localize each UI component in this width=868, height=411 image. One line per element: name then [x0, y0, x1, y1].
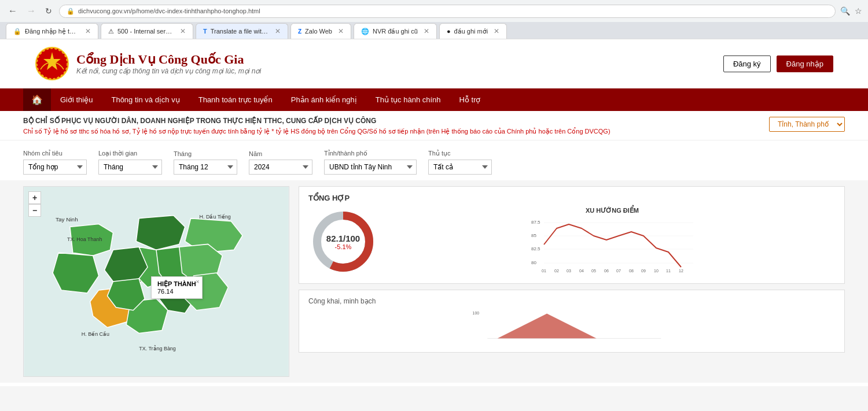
donut-label: 82.1/100 -5.1% [326, 233, 360, 250]
tab-close-1[interactable]: ✕ [180, 27, 186, 35]
trend-svg: 87.5 85 82.5 80 [389, 217, 835, 275]
zoom-icon[interactable]: 🔍 [840, 6, 850, 16]
map-label-trang-bang: TX. Trảng Bàng [139, 345, 176, 351]
thu-tuc-select[interactable]: Tất cả [428, 160, 492, 175]
tab-label-1: 500 - Internal server... [117, 28, 174, 35]
browser-action-icons: 🔍 ☆ [840, 6, 862, 16]
tab-4[interactable]: 🌐 NVR đầu ghi cũ ✕ [354, 23, 437, 39]
browser-chrome: ← → ↻ 🔒 dichvucong.gov.vn/p/home/dvc-ind… [0, 0, 868, 39]
map-tooltip: × HIỆP THÀNH 76.14 [151, 276, 203, 299]
tab-close-4[interactable]: ✕ [424, 27, 429, 35]
tab-0[interactable]: 🔒 Đăng nhập hệ thống ✕ [6, 23, 98, 39]
thu-tuc-label: Thủ tục [428, 150, 492, 157]
tab-label-2: Translate a file with... [211, 28, 269, 35]
map-controls: + − [28, 191, 41, 217]
tab-close-5[interactable]: ✕ [494, 27, 499, 35]
svg-text:04: 04 [579, 269, 584, 273]
svg-text:82.5: 82.5 [531, 246, 540, 251]
tab-icon-1: ⚠ [108, 28, 114, 35]
filter-row: Nhóm chỉ tiêu Tổng hợp Loại thời gian Th… [0, 140, 868, 180]
nam-select[interactable]: 2024 [249, 160, 312, 175]
bottom-card: Công khai, minh bạch 100 [299, 290, 845, 353]
main-nav: 🏠 Giới thiệu Thông tin và dịch vụ Thanh … [0, 88, 868, 111]
tab-icon-2: T [203, 28, 207, 35]
logo-text: Cổng Dịch Vụ Công Quốc Gia Kết nối, cung… [76, 52, 261, 75]
logo-area: Cổng Dịch Vụ Công Quốc Gia Kết nối, cung… [35, 46, 261, 81]
page-subtitle: Chỉ số Tỷ lệ hồ sơ tthc số hóa hồ sơ, Tỷ… [23, 127, 757, 136]
nhom-chi-tieu-select[interactable]: Tổng hợp [23, 160, 87, 175]
tab-icon-3: Z [298, 28, 301, 35]
bookmark-icon[interactable]: ☆ [855, 6, 862, 16]
tinh-select[interactable]: UBND tỉnh Tây Ninh [324, 160, 417, 175]
tooltip-close[interactable]: × [196, 278, 199, 285]
tooltip-district-value: 76.14 [157, 288, 196, 295]
tab-label-3: Zalo Web [305, 28, 332, 35]
svg-text:80: 80 [531, 260, 536, 265]
filter-thang: Tháng Tháng 12 [174, 150, 237, 175]
svg-text:06: 06 [604, 269, 609, 273]
tab-5[interactable]: ● đầu ghi mới ✕ [439, 23, 507, 39]
page-title-area: BỘ CHỈ SỐ PHỤC VỤ NGƯỜI DÂN, DOANH NGHIỆ… [0, 111, 868, 140]
nav-item-4[interactable]: Thủ tục hành chính [366, 90, 450, 110]
nav-item-1[interactable]: Thông tin và dịch vụ [102, 90, 189, 110]
svg-text:100: 100 [473, 311, 480, 315]
filter-nam: Năm 2024 [249, 150, 312, 175]
tab-close-3[interactable]: ✕ [338, 27, 344, 35]
tab-1[interactable]: ⚠ 500 - Internal server... ✕ [101, 23, 193, 39]
nav-item-0[interactable]: Giới thiệu [51, 90, 102, 110]
filter-tinh: Tỉnh/thành phố UBND tỉnh Tây Ninh [324, 150, 417, 175]
tab-icon-5: ● [447, 28, 451, 35]
forward-button[interactable]: → [24, 3, 38, 18]
svg-text:85: 85 [531, 233, 536, 238]
trend-title: XU HƯỚNG ĐIỂM [389, 207, 835, 214]
tinh-label: Tỉnh/thành phố [324, 150, 417, 157]
tab-close-0[interactable]: ✕ [85, 27, 91, 35]
register-button[interactable]: Đăng ký [723, 55, 771, 72]
tabs-bar: 🔒 Đăng nhập hệ thống ✕ ⚠ 500 - Internal … [0, 22, 868, 39]
login-button[interactable]: Đăng nhập [777, 55, 833, 72]
bottom-card-title: Công khai, minh bạch [308, 297, 835, 305]
map-panel: + − [23, 186, 289, 377]
page-title-main: BỘ CHỈ SỐ PHỤC VỤ NGƯỜI DÂN, DOANH NGHIỆ… [23, 117, 757, 125]
location-select[interactable]: Tỉnh, Thành phố [769, 117, 845, 132]
nhom-chi-tieu-label: Nhóm chỉ tiêu [23, 150, 87, 157]
site-title: Cổng Dịch Vụ Công Quốc Gia [76, 52, 261, 67]
filter-thu-tuc: Thủ tục Tất cả [428, 150, 492, 175]
tab-icon-4: 🌐 [361, 28, 369, 35]
right-panel: TỔNG HỢP 82.1/100 -5.1% [299, 186, 845, 377]
nav-home-button[interactable]: 🏠 [23, 88, 51, 111]
svg-text:87.5: 87.5 [531, 220, 540, 225]
donut-score: 82.1/100 [326, 233, 360, 243]
tab-close-2[interactable]: ✕ [275, 27, 281, 35]
reload-button[interactable]: ↻ [43, 4, 54, 18]
url-bar[interactable]: 🔒 dichvucong.gov.vn/p/home/dvc-index-tin… [59, 5, 836, 18]
site-subtitle: Kết nối, cung cấp thông tin và dịch vụ c… [76, 67, 261, 75]
tab-2[interactable]: T Translate a file with... ✕ [196, 23, 288, 39]
svg-text:09: 09 [641, 269, 646, 273]
svg-text:11: 11 [666, 269, 671, 273]
tab-3[interactable]: Z Zalo Web ✕ [290, 23, 351, 39]
nav-item-2[interactable]: Thanh toán trực tuyến [189, 90, 282, 110]
svg-text:01: 01 [542, 269, 546, 273]
map-zoom-in[interactable]: + [28, 191, 41, 204]
loai-thoi-gian-select[interactable]: Tháng [98, 160, 162, 175]
map-label-ben-cau: H. Bến Cầu [82, 331, 109, 337]
tab-label-5: đầu ghi mới [454, 28, 488, 35]
svg-text:10: 10 [654, 269, 659, 273]
nav-item-5[interactable]: Hỗ trợ [450, 90, 490, 110]
main-content: + − [0, 180, 868, 383]
nav-item-3[interactable]: Phản ánh kiến nghị [282, 90, 366, 110]
loai-thoi-gian-label: Loại thời gian [98, 150, 162, 157]
svg-text:12: 12 [679, 269, 683, 273]
svg-text:02: 02 [554, 269, 559, 273]
thang-label: Tháng [174, 150, 237, 157]
map-zoom-out[interactable]: − [28, 204, 41, 217]
donut-chart: 82.1/100 -5.1% [308, 207, 378, 276]
trend-chart: XU HƯỚNG ĐIỂM 87.5 85 82.5 80 [389, 207, 835, 276]
back-button[interactable]: ← [6, 3, 20, 18]
thang-select[interactable]: Tháng 12 [174, 160, 237, 175]
filter-loai-thoi-gian: Loại thời gian Tháng [98, 150, 162, 175]
url-text: dichvucong.gov.vn/p/home/dvc-index-tinht… [78, 8, 260, 14]
svg-text:03: 03 [567, 269, 571, 273]
score-section: 82.1/100 -5.1% XU HƯỚNG ĐIỂM 87.5 85 82.… [308, 207, 835, 276]
